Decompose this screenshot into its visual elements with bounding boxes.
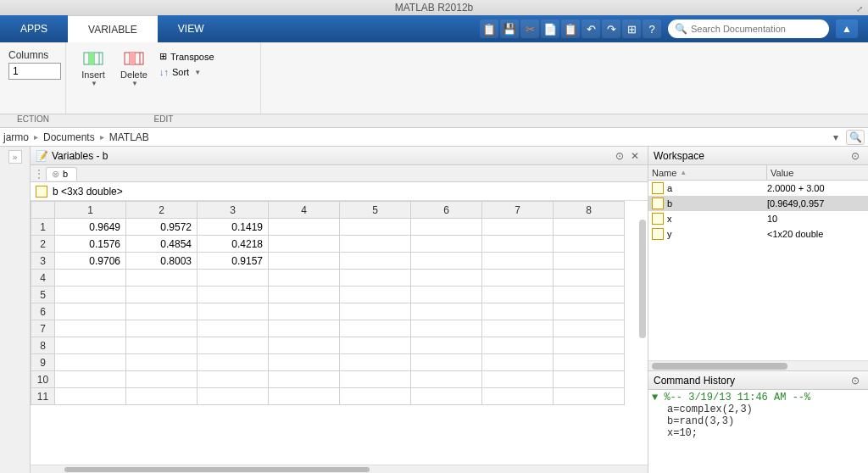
- tab-variable[interactable]: VARIABLE: [68, 15, 158, 42]
- grid-cell[interactable]: [198, 303, 269, 320]
- delete-button[interactable]: Delete ▼: [115, 47, 153, 89]
- qa-button-1[interactable]: 📋: [480, 19, 498, 38]
- grid-cell[interactable]: [411, 388, 482, 405]
- grid-cell[interactable]: [55, 270, 126, 287]
- collapse-ribbon-button[interactable]: ▲: [836, 19, 858, 38]
- column-header[interactable]: 1: [55, 202, 126, 219]
- grid-cell[interactable]: [126, 354, 198, 371]
- sort-button[interactable]: ↓↑ Sort ▼: [156, 65, 218, 79]
- grid-cell[interactable]: [269, 287, 340, 303]
- row-header[interactable]: 6: [31, 303, 55, 320]
- grid-cell[interactable]: [269, 354, 340, 371]
- grid-cell[interactable]: [340, 287, 411, 303]
- copy-icon[interactable]: 📄: [541, 19, 559, 38]
- qa-button-8[interactable]: ⊞: [622, 19, 641, 38]
- grid-cell[interactable]: [126, 270, 198, 287]
- grid-cell[interactable]: [482, 270, 554, 287]
- panel-close-button[interactable]: ✕: [627, 150, 643, 162]
- path-segment[interactable]: MATLAB: [109, 131, 149, 143]
- grid-cell[interactable]: [554, 287, 625, 303]
- grid-cell[interactable]: [126, 320, 198, 337]
- path-arrow-icon[interactable]: ▸: [34, 132, 38, 142]
- row-header[interactable]: 10: [31, 371, 55, 388]
- maximize-icon[interactable]: ⤢: [856, 2, 863, 17]
- grid-cell[interactable]: [126, 388, 198, 405]
- column-header[interactable]: 5: [340, 202, 411, 219]
- grid-cell[interactable]: [554, 253, 625, 270]
- variable-grid[interactable]: 1234567810.96490.95720.141920.15760.4854…: [31, 201, 648, 465]
- tab-apps[interactable]: APPS: [0, 15, 68, 42]
- grid-cell[interactable]: [482, 303, 554, 320]
- grid-cell[interactable]: [411, 320, 482, 337]
- grid-cell[interactable]: [340, 354, 411, 371]
- save-icon[interactable]: 💾: [500, 19, 519, 38]
- row-header[interactable]: 4: [31, 270, 55, 287]
- grid-cell[interactable]: [269, 236, 340, 253]
- grid-cell[interactable]: [340, 219, 411, 236]
- grid-cell[interactable]: [411, 287, 482, 303]
- insert-button[interactable]: Insert ▼: [75, 47, 112, 89]
- column-header[interactable]: 7: [482, 202, 554, 219]
- path-segment[interactable]: Documents: [43, 131, 95, 143]
- grid-cell[interactable]: [198, 287, 269, 303]
- row-header[interactable]: 3: [31, 253, 55, 270]
- grid-cell[interactable]: [55, 303, 126, 320]
- grid-cell[interactable]: [554, 320, 625, 337]
- help-icon[interactable]: ?: [643, 19, 661, 38]
- grid-cell[interactable]: [340, 388, 411, 405]
- grid-cell[interactable]: [269, 303, 340, 320]
- workspace-row[interactable]: b[0.9649,0.957: [648, 196, 868, 211]
- grid-cell[interactable]: [554, 388, 625, 405]
- grid-cell[interactable]: 0.8003: [126, 253, 198, 270]
- grid-cell[interactable]: [411, 354, 482, 371]
- grid-cell[interactable]: [340, 253, 411, 270]
- grid-cell[interactable]: [411, 253, 482, 270]
- grid-cell[interactable]: [482, 388, 554, 405]
- grid-cell[interactable]: [55, 337, 126, 354]
- grid-cell[interactable]: [482, 320, 554, 337]
- workspace-row[interactable]: a2.0000 + 3.00: [648, 181, 868, 196]
- grid-cell[interactable]: [269, 270, 340, 287]
- grid-cell[interactable]: [269, 388, 340, 405]
- grid-cell[interactable]: [340, 303, 411, 320]
- grid-cell[interactable]: 0.9572: [126, 219, 198, 236]
- workspace-col-value[interactable]: Value: [767, 165, 868, 180]
- grid-cell[interactable]: [198, 320, 269, 337]
- grid-cell[interactable]: [554, 371, 625, 388]
- row-header[interactable]: 11: [31, 388, 55, 405]
- history-command[interactable]: x=10;: [652, 427, 865, 439]
- grid-cell[interactable]: 0.9706: [55, 253, 126, 270]
- grid-cell[interactable]: [554, 337, 625, 354]
- grid-cell[interactable]: 0.4854: [126, 236, 198, 253]
- grid-cell[interactable]: [554, 354, 625, 371]
- grid-cell[interactable]: [482, 219, 554, 236]
- grid-cell[interactable]: [482, 371, 554, 388]
- column-header[interactable]: 3: [198, 202, 269, 219]
- row-header[interactable]: 2: [31, 236, 55, 253]
- column-header[interactable]: 2: [126, 202, 198, 219]
- vertical-scrollbar[interactable]: [639, 220, 646, 338]
- search-documentation[interactable]: 🔍: [668, 19, 829, 38]
- cut-icon[interactable]: ✂: [520, 19, 539, 38]
- grid-cell[interactable]: [411, 337, 482, 354]
- column-header[interactable]: 4: [269, 202, 340, 219]
- grid-cell[interactable]: [55, 320, 126, 337]
- grid-cell[interactable]: [340, 270, 411, 287]
- grid-cell[interactable]: [340, 236, 411, 253]
- grid-cell[interactable]: [126, 371, 198, 388]
- grid-cell[interactable]: [269, 320, 340, 337]
- row-header[interactable]: 1: [31, 219, 55, 236]
- grid-cell[interactable]: [554, 219, 625, 236]
- grid-cell[interactable]: 0.9649: [55, 219, 126, 236]
- grid-cell[interactable]: [482, 354, 554, 371]
- column-header[interactable]: 8: [554, 202, 625, 219]
- panel-dropdown-button[interactable]: ⊙: [848, 150, 863, 162]
- workspace-hscrollbar[interactable]: [648, 360, 868, 370]
- grid-cell[interactable]: [198, 270, 269, 287]
- workspace-row[interactable]: y<1x20 double: [648, 226, 868, 242]
- path-arrow-icon[interactable]: ▸: [100, 132, 104, 142]
- path-search-button[interactable]: 🔍: [846, 130, 865, 145]
- grid-cell[interactable]: [126, 287, 198, 303]
- history-command[interactable]: b=rand(3,3): [652, 415, 865, 427]
- history-date-line[interactable]: ▼ %-- 3/19/13 11:46 AM --%: [652, 392, 865, 403]
